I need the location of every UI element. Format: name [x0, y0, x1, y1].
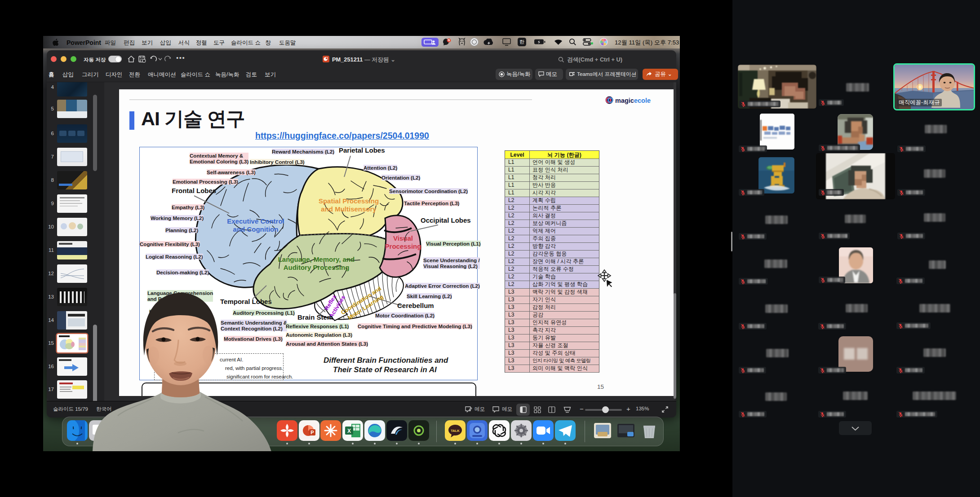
- svg-text:X: X: [347, 428, 351, 434]
- svg-text:magicecole: magicecole: [615, 97, 651, 104]
- svg-text:P: P: [310, 430, 314, 435]
- svg-text:N: N: [448, 39, 450, 42]
- svg-text:Executive Control: Executive Control: [227, 217, 284, 225]
- svg-text:Spatial Processing: Spatial Processing: [319, 197, 379, 205]
- svg-text:Language, Memory, and: Language, Memory, and: [278, 255, 355, 263]
- svg-text:Visual: Visual: [393, 234, 413, 242]
- svg-text:TALK: TALK: [451, 429, 460, 433]
- svg-text:Auditory Processing: Auditory Processing: [284, 264, 350, 271]
- svg-text:Processing: Processing: [385, 242, 421, 250]
- svg-text:and Multisensory: and Multisensory: [321, 205, 377, 213]
- svg-text:and Cognition: and Cognition: [233, 225, 279, 233]
